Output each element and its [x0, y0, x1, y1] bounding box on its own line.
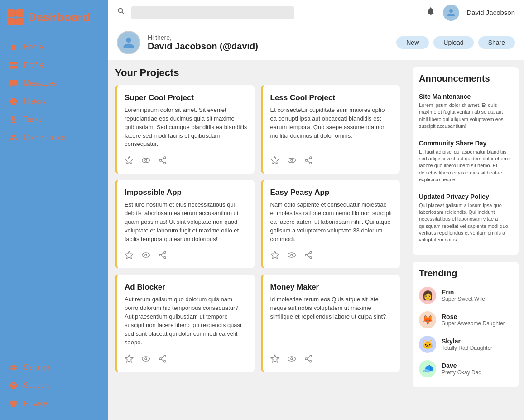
search-input[interactable] [131, 6, 294, 19]
share-icon[interactable] [304, 251, 313, 262]
trending-name: Skylar [442, 338, 492, 345]
trending-sub: Pretty Okay Dad [442, 369, 481, 376]
star-icon[interactable] [125, 354, 134, 366]
project-card-actions [125, 354, 247, 366]
sidebar-item-privacy[interactable]: Privacy [0, 395, 108, 413]
star-icon[interactable] [270, 354, 279, 366]
svg-point-25 [164, 257, 166, 259]
app-title: Dashboard [28, 10, 90, 24]
communities-icon [9, 133, 18, 142]
logo-icon [7, 9, 24, 25]
sidebar-item-tasks[interactable]: Tasks [0, 111, 108, 129]
svg-point-46 [290, 357, 292, 359]
svg-point-29 [288, 253, 295, 257]
star-icon[interactable] [270, 251, 279, 262]
svg-point-15 [309, 157, 311, 159]
project-card: Ad Blocker Aut rerum galisum quo dolorum… [115, 275, 255, 372]
project-card-desc: Nam odio sapiente et consequatur molesti… [270, 201, 393, 243]
user-name-top: David Jacobson [466, 9, 515, 16]
trending-avatar: 🦊 [419, 311, 436, 328]
project-card: Impossible App Est iure nostrum et eius … [115, 180, 255, 268]
svg-rect-2 [10, 66, 13, 69]
announcements-list: Site Maintenance Lorem ipsum dolor sit a… [419, 88, 512, 248]
sidebar: Dashboard Home Profile Messages History [0, 0, 108, 420]
sidebar-item-messages[interactable]: Messages [0, 74, 108, 92]
svg-marker-28 [271, 251, 279, 259]
sidebar-item-support[interactable]: Support [0, 377, 108, 395]
star-icon[interactable] [125, 251, 134, 262]
announcement-item: Site Maintenance Lorem ipsum dolor sit a… [419, 88, 512, 135]
sidebar-bottom: Settings Support Privacy [0, 358, 108, 420]
home-icon [9, 43, 18, 52]
svg-marker-36 [125, 355, 133, 362]
view-icon[interactable] [141, 156, 151, 167]
sidebar-item-history[interactable]: History [0, 92, 108, 111]
project-card-actions [270, 251, 393, 262]
project-card-title: Money Maker [270, 283, 393, 292]
project-card-desc: Id molestiae rerum eos Quis atque sit is… [270, 295, 393, 347]
svg-point-37 [142, 357, 150, 361]
share-icon[interactable] [158, 156, 167, 167]
announcement-title: Updated Privacy Policy [419, 193, 512, 200]
support-icon [9, 381, 18, 390]
project-card-desc: Aut rerum galisum quo dolorum quis nam p… [125, 295, 247, 347]
svg-marker-12 [271, 157, 279, 164]
view-icon[interactable] [141, 354, 151, 366]
svg-point-39 [164, 355, 166, 357]
svg-point-8 [159, 159, 161, 161]
svg-point-9 [164, 162, 166, 164]
svg-line-43 [161, 359, 164, 361]
svg-point-33 [309, 257, 311, 259]
history-icon [9, 97, 18, 106]
trending-info: Rose Super Awesome Daughter [442, 313, 505, 327]
sidebar-item-home[interactable]: Home [0, 38, 108, 56]
svg-point-24 [159, 254, 161, 256]
sidebar-item-settings[interactable]: Settings [0, 358, 108, 377]
trending-info: Dave Pretty Okay Dad [442, 362, 481, 376]
svg-point-30 [290, 254, 292, 256]
svg-rect-3 [14, 66, 17, 69]
project-card: Money Maker Id molestiae rerum eos Quis … [261, 275, 400, 372]
trending-avatar: 🐱 [419, 336, 436, 353]
trending-item: 🧢 Dave Pretty Okay Dad [419, 357, 512, 381]
svg-point-21 [142, 253, 150, 257]
svg-line-18 [307, 159, 310, 160]
share-icon[interactable] [158, 354, 167, 366]
upload-button[interactable]: Upload [433, 36, 473, 49]
trending-info: Erin Super Sweet Wife [442, 289, 485, 302]
profile-info: Hi there, David Jacobson (@david) [148, 34, 258, 52]
view-icon[interactable] [287, 251, 297, 262]
share-button[interactable]: Share [478, 36, 515, 49]
sidebar-item-profile[interactable]: Profile [0, 56, 108, 74]
svg-marker-44 [271, 355, 279, 362]
view-icon[interactable] [287, 354, 297, 366]
share-icon[interactable] [304, 156, 313, 167]
svg-rect-0 [10, 62, 13, 65]
svg-point-23 [164, 252, 166, 254]
project-card-title: Ad Blocker [125, 283, 247, 292]
svg-point-22 [145, 254, 147, 256]
share-icon[interactable] [158, 251, 167, 262]
right-panel: Announcements Site Maintenance Lorem ips… [407, 60, 524, 420]
svg-point-40 [159, 357, 161, 359]
svg-line-35 [307, 256, 310, 257]
sidebar-item-communities[interactable]: Communities [0, 129, 108, 147]
project-card-desc: Lorem ipsum dolor sit amet. Sit eveniet … [125, 106, 247, 149]
view-icon[interactable] [287, 156, 297, 167]
bell-icon[interactable] [426, 6, 436, 19]
svg-line-11 [161, 161, 164, 162]
star-icon[interactable] [125, 156, 134, 167]
new-button[interactable]: New [396, 36, 429, 49]
project-card: Super Cool Project Lorem ipsum dolor sit… [115, 85, 255, 174]
svg-point-16 [305, 159, 307, 161]
projects-grid: Super Cool Project Lorem ipsum dolor sit… [115, 85, 400, 372]
svg-line-19 [307, 161, 310, 162]
star-icon[interactable] [270, 156, 279, 167]
svg-line-10 [161, 159, 164, 160]
svg-line-42 [161, 357, 164, 358]
topbar-right: David Jacobson [426, 5, 515, 21]
svg-point-31 [309, 252, 311, 254]
share-icon[interactable] [304, 354, 313, 366]
view-icon[interactable] [141, 251, 151, 262]
trending-avatar: 👩 [419, 287, 436, 304]
